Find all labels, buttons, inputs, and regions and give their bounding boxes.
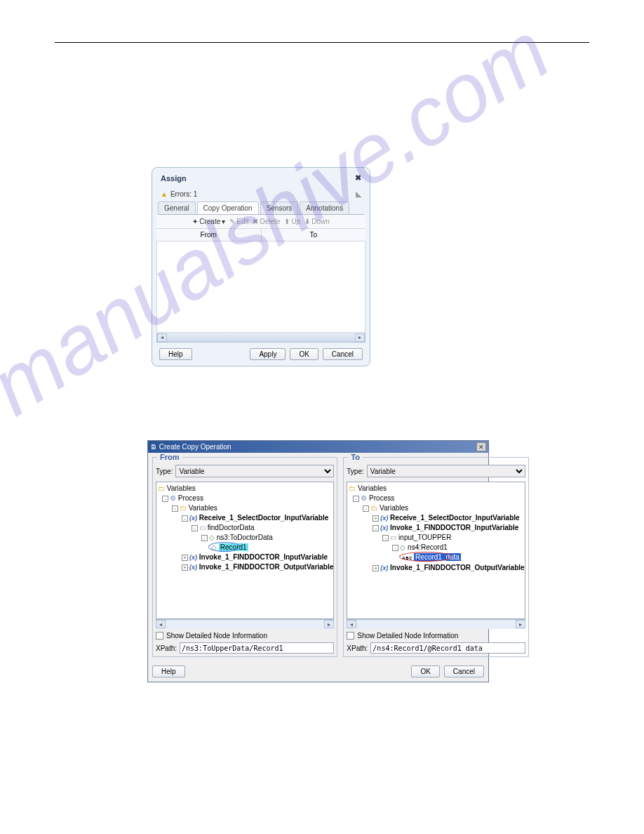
apply-button[interactable]: Apply [250,348,286,360]
cancel-button[interactable]: Cancel [323,348,363,360]
dialog-title: 🗎 Create Copy Operation [150,443,232,451]
tab-sensors[interactable]: Sensors [260,201,299,214]
errors-label: ▲Errors: 1 [161,190,197,198]
tabs: General Copy Operation Sensors Annotatio… [158,201,364,215]
col-to: To [262,229,366,241]
to-type-select[interactable]: Variable [367,465,525,477]
type-label: Type: [347,468,363,475]
from-detail-label: Show Detailed Node Information [166,632,267,640]
cancel-button[interactable]: Cancel [444,666,484,677]
from-xpath-input[interactable] [180,642,334,654]
assign-dialog: Assign ✖ ▲Errors: 1 ◣ General Copy Opera… [152,167,370,366]
tab-copy-operation[interactable]: Copy Operation [197,201,259,214]
assign-title: Assign [161,174,187,183]
to-xpath-input[interactable] [370,642,525,654]
close-icon[interactable]: ✕ [476,442,486,451]
to-detail-checkbox[interactable] [347,632,354,640]
from-detail-checkbox[interactable] [156,632,163,640]
to-legend: To [348,453,363,461]
tab-annotations[interactable]: Annotations [300,201,349,214]
xpath-label: XPath: [156,644,177,652]
warning-icon: ▲ [161,190,168,198]
scroll-left-icon[interactable]: ◂ [157,333,167,342]
delete-button: ✖ Delete [253,218,280,225]
pin-icon[interactable]: ◣ [356,190,361,199]
xpath-label: XPath: [347,644,368,652]
type-label: Type: [156,468,173,475]
help-button[interactable]: Help [152,666,185,677]
to-hscroll[interactable]: ◂▸ [347,619,525,629]
ok-button[interactable]: OK [290,348,318,360]
create-button[interactable]: ✦ Create ▾ [192,218,225,225]
scroll-right-icon[interactable]: ▸ [355,333,365,342]
from-legend: From [157,453,182,461]
create-copy-dialog: 🗎 Create Copy Operation ✕ From Type: Var… [147,440,489,682]
up-button: ⬆ Up [284,218,300,225]
help-button[interactable]: Help [159,348,192,360]
down-button: ⬇ Down [304,218,330,225]
from-hscroll[interactable]: ◂▸ [156,619,334,629]
to-panel: To Type: Variable 🗀 Variables -⚙ Process… [343,457,528,657]
from-panel: From Type: Variable 🗀 Variables -⚙ Proce… [152,457,337,657]
copy-list-body [156,241,365,333]
to-detail-label: Show Detailed Node Information [357,632,458,640]
tab-general[interactable]: General [158,201,196,214]
to-tree[interactable]: 🗀 Variables -⚙ Process -🗀 Variables +(x)… [347,482,525,619]
from-type-select[interactable]: Variable [175,465,334,477]
hscroll[interactable]: ◂ ▸ [156,333,365,343]
toolbar: ✦ Create ▾ ✎ Edit ✖ Delete ⬆ Up ⬇ Down [156,215,365,229]
close-icon[interactable]: ✖ [355,173,361,183]
from-tree[interactable]: 🗀 Variables -⚙ Process -🗀 Variables -(x)… [156,482,334,619]
ok-button[interactable]: OK [411,666,439,677]
col-from: From [156,229,262,241]
edit-button: ✎ Edit [229,218,248,225]
